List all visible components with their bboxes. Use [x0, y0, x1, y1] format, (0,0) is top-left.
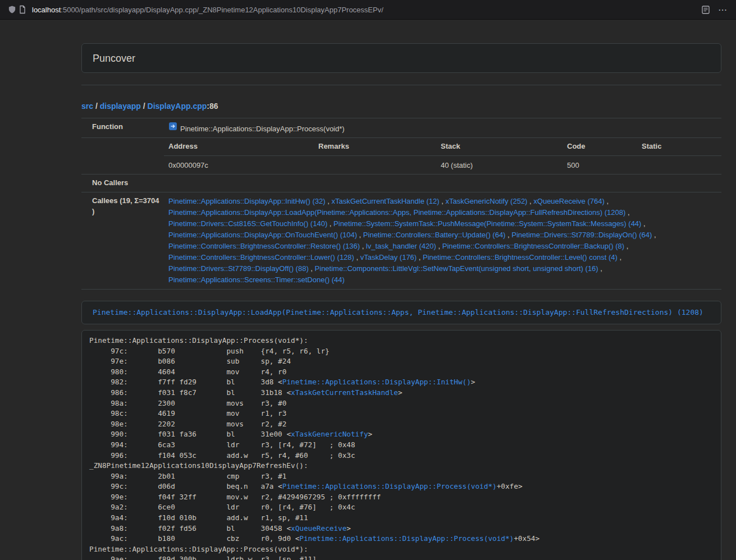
breadcrumb-separator: /	[93, 102, 100, 111]
callee-link[interactable]: Pinetime::Controllers::BrightnessControl…	[168, 253, 354, 261]
callee-link[interactable]: lv_task_handler (420)	[366, 242, 436, 250]
function-label: Function	[81, 118, 164, 138]
callee-separator: ,	[618, 253, 621, 261]
no-callers-row: No Callers	[81, 175, 721, 192]
stats-cell: Address Remarks Stack Code Static 0x0000…	[164, 138, 721, 175]
callee-separator: ,	[309, 264, 315, 273]
callee-separator: ,	[360, 242, 366, 250]
callee-link[interactable]: Pinetime::Controllers::BrightnessControl…	[168, 242, 360, 250]
col-static: Static	[637, 138, 721, 155]
callee-link[interactable]: Pinetime::Applications::DisplayApp::OnTo…	[168, 231, 357, 239]
breadcrumb-separator: :86	[207, 102, 218, 111]
no-callers-label: No Callers	[81, 175, 164, 192]
callee-link[interactable]: vTaskDelay (176)	[360, 253, 417, 261]
callee-separator: ,	[641, 219, 645, 228]
code-symbol-link[interactable]: xQueueReceive	[291, 524, 346, 533]
callee-link[interactable]: xTaskGenericNotify (252)	[446, 197, 528, 205]
function-row: Function Pinetime::Applications::Display…	[81, 118, 721, 138]
callee-separator: ,	[354, 253, 360, 261]
stats-table: Address Remarks Stack Code Static 0x0000…	[164, 138, 721, 174]
callee-separator: ,	[417, 253, 423, 261]
stat-static	[637, 155, 721, 174]
callee-link[interactable]: Pinetime::Components::LittleVgl::SetNewT…	[315, 264, 598, 273]
code-symbol-link[interactable]: Pinetime::Applications::DisplayApp::Init…	[282, 378, 471, 386]
callees-label: Callees (19, Σ=3704 )	[81, 192, 164, 289]
callee-separator: ,	[625, 208, 629, 217]
breadcrumb-link[interactable]: DisplayApp.cpp	[148, 102, 207, 111]
divider	[81, 85, 721, 85]
function-cell: Pinetime::Applications::DisplayApp::Proc…	[164, 118, 721, 138]
col-address: Address	[164, 138, 314, 155]
url-bar[interactable]: localhost:5000/path/src/displayapp/Displ…	[32, 6, 701, 14]
code-symbol-link[interactable]: Pinetime::Applications::DisplayApp::Proc…	[299, 534, 514, 543]
main-content: Puncover src / displayapp / DisplayApp.c…	[81, 20, 721, 560]
symbol-table: Function Pinetime::Applications::Display…	[81, 118, 721, 290]
disassembly: Pinetime::Applications::DisplayApp::Proc…	[81, 330, 721, 560]
callee-separator: ,	[598, 264, 602, 273]
callee-separator: ,	[357, 231, 363, 239]
tracking-shield-icon[interactable]	[7, 4, 17, 15]
app-title: Puncover	[93, 53, 135, 64]
callee-link[interactable]: Pinetime::Applications::DisplayApp::Init…	[168, 197, 326, 205]
callee-link[interactable]: Pinetime::Applications::Screens::Timer::…	[168, 276, 345, 284]
breadcrumb-link[interactable]: displayapp	[100, 102, 141, 111]
app-header-banner: Puncover	[81, 43, 721, 73]
breadcrumb-link[interactable]: src	[81, 102, 93, 111]
callee-separator: ,	[605, 197, 609, 205]
page-info-icon[interactable]	[17, 4, 28, 15]
callee-link[interactable]: Pinetime::Applications::DisplayApp::Load…	[168, 208, 625, 217]
stats-header-row: Address Remarks Stack Code Static	[164, 138, 721, 155]
stats-values-row: 0x0000097c 40 (static) 500	[164, 155, 721, 174]
callee-link[interactable]: Pinetime::Controllers::BrightnessControl…	[423, 253, 618, 261]
callee-separator: ,	[440, 197, 446, 205]
function-icon	[168, 122, 177, 133]
callee-separator: ,	[326, 197, 332, 205]
breadcrumb: src / displayapp / DisplayApp.cpp:86	[81, 102, 721, 111]
selected-callee-link[interactable]: Pinetime::Applications::DisplayApp::Load…	[93, 308, 703, 316]
callee-link[interactable]: Pinetime::Drivers::St7789::DisplayOn() (…	[511, 231, 652, 239]
breadcrumb-separator: /	[141, 102, 148, 111]
function-name: Pinetime::Applications::DisplayApp::Proc…	[180, 125, 345, 133]
callee-link[interactable]: xTaskGetCurrentTaskHandle (12)	[331, 197, 439, 205]
stat-address: 0x0000097c	[164, 155, 314, 174]
callee-link[interactable]: Pinetime::Drivers::St7789::DisplayOff() …	[168, 264, 309, 273]
callee-link[interactable]: Pinetime::Controllers::Battery::Update()…	[363, 231, 506, 239]
code-symbol-link[interactable]: xTaskGetCurrentTaskHandle	[291, 388, 398, 397]
callee-link[interactable]: Pinetime::System::SystemTask::PushMessag…	[333, 219, 641, 228]
col-remarks: Remarks	[314, 138, 436, 155]
callees-row: Callees (19, Σ=3704 ) Pinetime::Applicat…	[81, 192, 721, 289]
url-path: :5000/path/src/displayapp/DisplayApp.cpp…	[61, 6, 383, 14]
code-symbol-link[interactable]: xTaskGenericNotify	[291, 430, 368, 438]
selected-callee-box: Pinetime::Applications::DisplayApp::Load…	[81, 301, 721, 324]
callees-list: Pinetime::Applications::DisplayApp::Init…	[164, 192, 721, 289]
url-host: localhost	[32, 6, 61, 14]
stat-remarks	[314, 155, 436, 174]
col-stack: Stack	[436, 138, 563, 155]
callee-separator: ,	[505, 231, 511, 239]
stats-row-spacer	[81, 138, 164, 175]
stats-row: Address Remarks Stack Code Static 0x0000…	[81, 138, 721, 175]
reader-mode-icon[interactable]	[701, 4, 711, 15]
stat-stack: 40 (static)	[436, 155, 563, 174]
more-menu-button[interactable]: ⋯	[716, 4, 729, 15]
browser-toolbar: localhost:5000/path/src/displayapp/Displ…	[0, 0, 736, 20]
callee-link[interactable]: Pinetime::Drivers::Cst816S::GetTouchInfo…	[168, 219, 327, 228]
callee-separator: ,	[652, 231, 656, 239]
stat-code: 500	[563, 155, 637, 174]
callee-separator: ,	[436, 242, 442, 250]
callee-separator: ,	[527, 197, 533, 205]
col-code: Code	[563, 138, 637, 155]
code-symbol-link[interactable]: Pinetime::Applications::DisplayApp::Proc…	[282, 482, 497, 490]
callee-link[interactable]: Pinetime::Controllers::BrightnessControl…	[442, 242, 624, 250]
callee-separator: ,	[624, 242, 628, 250]
callee-separator: ,	[327, 219, 333, 228]
callee-link[interactable]: xQueueReceive (764)	[533, 197, 604, 205]
